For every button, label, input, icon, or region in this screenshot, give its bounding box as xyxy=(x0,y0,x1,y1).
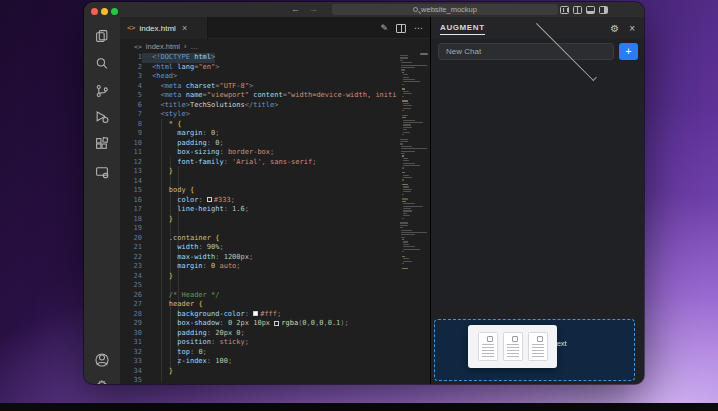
code-token: "en" xyxy=(198,63,215,71)
source-control-icon[interactable] xyxy=(95,84,109,98)
drop-zone[interactable]: attach as context (png, jpg, jpeg) xyxy=(434,319,635,381)
line-number: 5 xyxy=(120,91,142,101)
add-chat-button[interactable]: + xyxy=(619,43,638,60)
toggle-primary-sidebar-icon[interactable] xyxy=(573,6,582,14)
code-token: { xyxy=(190,186,194,194)
code-token: } xyxy=(169,367,173,375)
new-chat-dropdown[interactable]: New Chat xyxy=(438,43,614,60)
code-text: padding: 20px 0; xyxy=(142,329,245,339)
code-token: auto xyxy=(219,262,236,270)
code-text: color: #333; xyxy=(142,196,235,206)
code-token: content xyxy=(249,91,283,99)
code-text: font-family: 'Arial', sans-serif; xyxy=(142,158,316,168)
tab-label: index.html xyxy=(139,24,175,33)
code-token: box-sizing xyxy=(177,148,219,156)
editor-layout-icon[interactable] xyxy=(560,6,569,14)
breadcrumb-more[interactable]: … xyxy=(191,42,199,51)
code-token xyxy=(152,291,169,299)
code-token: title xyxy=(165,101,186,109)
line-number: 9 xyxy=(120,129,142,139)
line-number: 2 xyxy=(120,63,142,73)
extensions-icon[interactable] xyxy=(95,137,109,151)
panel-settings-icon[interactable]: ⚙ xyxy=(610,23,619,34)
new-chat-label: New Chat xyxy=(446,47,526,56)
line-number: 23 xyxy=(120,262,142,272)
live-preview-icon[interactable] xyxy=(95,165,109,179)
dragged-file-thumbnail xyxy=(503,332,523,361)
code-token: "UTF-8" xyxy=(219,82,249,90)
code-token: meta xyxy=(165,82,182,90)
toggle-secondary-sidebar-icon[interactable] xyxy=(599,6,608,14)
line-number: 19 xyxy=(120,224,142,234)
code-text: background-color: #fff; xyxy=(142,310,281,320)
minimize-window-button[interactable] xyxy=(101,8,108,15)
more-actions-icon[interactable]: ⋯ xyxy=(414,23,424,33)
breadcrumb[interactable]: <> index.html › … xyxy=(120,40,430,53)
code-text: padding: 0; xyxy=(142,139,224,149)
run-and-debug-icon[interactable] xyxy=(95,110,109,124)
code-line: 2<html lang="en"> xyxy=(120,63,397,73)
line-number: 27 xyxy=(120,300,142,310)
line-number: 10 xyxy=(120,139,142,149)
line-number: 7 xyxy=(120,110,142,120)
minimap[interactable] xyxy=(397,53,430,384)
minimap-slider[interactable] xyxy=(420,53,428,55)
code-text xyxy=(142,177,152,187)
panel-close-icon[interactable]: × xyxy=(629,23,635,34)
code-token: sans-serif xyxy=(270,158,312,166)
code-token: } xyxy=(169,272,173,280)
code-text: } xyxy=(142,167,173,177)
line-number: 34 xyxy=(120,367,142,377)
code-token: ; xyxy=(236,262,240,270)
accounts-icon[interactable] xyxy=(95,353,109,367)
code-line: 26 /* Header */ xyxy=(120,291,397,301)
code-token xyxy=(152,196,177,204)
code-token: ; xyxy=(245,205,249,213)
command-center[interactable]: website_mockup xyxy=(332,4,558,15)
code-token xyxy=(152,186,169,194)
line-number: 21 xyxy=(120,243,142,253)
desktop-bottom-bar xyxy=(0,403,718,411)
edit-actions-icon[interactable]: ✎ xyxy=(380,23,388,33)
code-text: <title>TechSolutions</title> xyxy=(142,101,278,111)
code-text: /* Header */ xyxy=(142,291,219,301)
code-token xyxy=(152,319,177,327)
code-line: 22 max-width: 1200px; xyxy=(120,253,397,263)
code-token: max-width xyxy=(177,253,215,261)
toggle-panel-icon[interactable] xyxy=(586,6,595,14)
line-number: 30 xyxy=(120,329,142,339)
search-icon[interactable] xyxy=(95,57,109,71)
breadcrumb-file[interactable]: index.html xyxy=(146,42,180,51)
code-token: /* Header */ xyxy=(169,291,220,299)
line-number: 11 xyxy=(120,148,142,158)
code-token: ; xyxy=(277,310,281,318)
explorer-icon[interactable] xyxy=(95,29,109,43)
zoom-window-button[interactable] xyxy=(111,8,118,15)
code-token: > xyxy=(215,63,219,71)
navigate-forward-icon[interactable]: → xyxy=(309,3,318,16)
line-number: 16 xyxy=(120,196,142,206)
dragged-file-thumbnail xyxy=(528,332,548,361)
code-token xyxy=(152,348,177,356)
code-token: > xyxy=(211,53,215,61)
line-number: 17 xyxy=(120,205,142,215)
code-token: ; xyxy=(345,319,349,327)
tab-close-icon[interactable]: × xyxy=(182,23,187,33)
line-number: 33 xyxy=(120,357,142,367)
code-token: padding xyxy=(177,329,207,337)
line-number: 24 xyxy=(120,272,142,282)
panel-header: AUGMENT ⚙ × xyxy=(431,17,644,39)
code-token: ; xyxy=(249,253,253,261)
code-line: 7 <style> xyxy=(120,110,397,120)
close-window-button[interactable] xyxy=(91,8,98,15)
code-editor[interactable]: 1<!DOCTYPE html>2<html lang="en">3<head>… xyxy=(120,53,397,384)
code-token: 100 xyxy=(215,357,228,365)
code-token: ; xyxy=(241,329,245,337)
code-line: 16 color: #333; xyxy=(120,196,397,206)
split-editor-icon[interactable] xyxy=(396,24,406,33)
code-line: 8 * { xyxy=(120,120,397,130)
code-token: 1200px xyxy=(224,253,249,261)
tab-index-html[interactable]: <> index.html × xyxy=(120,17,208,39)
settings-gear-icon[interactable]: ⚙ xyxy=(95,378,109,384)
navigate-back-icon[interactable]: ← xyxy=(291,3,300,16)
